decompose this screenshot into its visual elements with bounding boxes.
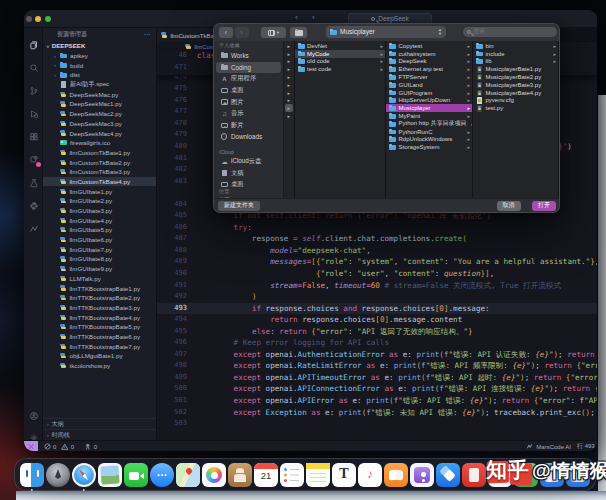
close-window-button[interactable] bbox=[26, 16, 32, 22]
sidebar-item[interactable]: ↓ Downloads bbox=[216, 131, 281, 143]
dock-icon[interactable] bbox=[539, 462, 565, 488]
file-tree-row[interactable]: llmGUIbate9.py bbox=[43, 264, 156, 274]
dock-icon[interactable]: 21 bbox=[253, 462, 279, 488]
dock-icon[interactable] bbox=[201, 462, 227, 488]
file-tree-row[interactable]: › build bbox=[43, 60, 156, 70]
dock-icon[interactable] bbox=[149, 462, 175, 488]
marscode-status[interactable]: MarsCode AI bbox=[526, 443, 571, 450]
folder-row[interactable]: DeepSeek ▸ bbox=[386, 58, 472, 66]
dock-icon[interactable] bbox=[383, 462, 409, 488]
file-tree-row[interactable]: DeepSeekMac1.py bbox=[43, 99, 156, 109]
file-tree-row[interactable]: llmGUIbate8.py bbox=[43, 254, 156, 264]
folder-row[interactable]: PythonRunC ▸ bbox=[386, 128, 472, 136]
file-tree-row[interactable]: tkcolorshow.py bbox=[43, 361, 156, 371]
open-button[interactable]: 打开 bbox=[532, 201, 556, 211]
marscode-icon[interactable] bbox=[24, 219, 43, 238]
file-tree-row[interactable]: 新AI助手.spec bbox=[43, 80, 156, 90]
source-control-icon[interactable] bbox=[24, 81, 43, 100]
folder-row[interactable]: HttpServerUpDown ▸ bbox=[386, 97, 472, 105]
folder-row[interactable]: RdpUnlockWindows ▸ bbox=[386, 136, 472, 144]
folder-row[interactable]: Python http 共享目录项目 ▸ bbox=[386, 120, 472, 128]
file-tree-row[interactable]: llmGUIbate7.py bbox=[43, 244, 156, 254]
file-row[interactable]: bin ▸ bbox=[473, 42, 558, 50]
sidebar-item[interactable]: Works bbox=[216, 50, 281, 62]
file-tree-row[interactable]: objLLMguiBate1.py bbox=[43, 351, 156, 361]
file-tree-row[interactable]: llmGUIbate4.py bbox=[43, 215, 156, 225]
dock-icon[interactable]: T bbox=[331, 462, 357, 488]
dock-icon[interactable] bbox=[435, 462, 461, 488]
file-row[interactable]: test.py bbox=[473, 104, 558, 112]
dock-icon[interactable] bbox=[565, 462, 591, 488]
testing-icon[interactable] bbox=[24, 173, 43, 192]
folder-row[interactable]: StorageSystem ▸ bbox=[386, 143, 472, 151]
file-tree-row[interactable]: llmGUIbate1.py bbox=[43, 186, 156, 196]
folder-row[interactable]: Musicplayer ▸ bbox=[386, 104, 472, 112]
folder-row[interactable]: test code ▸ bbox=[295, 65, 386, 73]
back-button[interactable]: ‹ bbox=[219, 27, 233, 38]
dock-icon[interactable] bbox=[461, 462, 487, 488]
file-tree-row[interactable]: llmTTKBootstrapBate6.py bbox=[43, 332, 156, 342]
dock-icon[interactable] bbox=[71, 462, 97, 488]
new-folder-button[interactable]: 新建文件夹 bbox=[218, 201, 260, 211]
extensions-icon[interactable] bbox=[24, 127, 43, 146]
sidebar-item[interactable]: 影片 bbox=[216, 120, 281, 132]
view-mode-button[interactable]: ▾ bbox=[261, 27, 286, 38]
dock-icon[interactable] bbox=[357, 462, 383, 488]
dock-icon[interactable] bbox=[123, 462, 149, 488]
file-tree-row[interactable]: llmGUIbate3.py bbox=[43, 206, 156, 216]
file-tree-row[interactable]: llmCustomTkBate2.py bbox=[43, 157, 156, 167]
dock-icon[interactable] bbox=[409, 462, 435, 488]
file-tree-row[interactable]: llmTTKBootstrapBate3.py bbox=[43, 303, 156, 313]
file-tree-row[interactable]: llmTTKBootstrapBate1.py bbox=[43, 283, 156, 293]
file-tree-row[interactable]: llmCustomTkBate4.py bbox=[43, 177, 156, 187]
history-nav-arrows[interactable]: ‹ › bbox=[295, 13, 321, 22]
maximize-window-button[interactable] bbox=[45, 16, 51, 22]
file-row[interactable]: pyvenv.cfg bbox=[473, 97, 558, 105]
sidebar-item[interactable]: 文稿 bbox=[216, 167, 281, 179]
file-tree-row[interactable]: DeepSeekMac3.py bbox=[43, 119, 156, 129]
dock-icon[interactable] bbox=[487, 462, 513, 488]
file-tree-row[interactable]: llmTTKBootstrapBate4.py bbox=[43, 312, 156, 322]
dock-icon[interactable] bbox=[19, 462, 45, 488]
path-dropdown[interactable]: Musicplayer ▲▼ bbox=[326, 26, 446, 39]
minimize-window-button[interactable] bbox=[35, 16, 41, 22]
folder-row[interactable]: GUILand ▸ bbox=[386, 81, 472, 89]
dock-icon[interactable] bbox=[97, 462, 123, 488]
group-button[interactable] bbox=[290, 27, 307, 38]
forward-button[interactable]: › bbox=[235, 27, 249, 38]
python-extension-icon[interactable] bbox=[24, 196, 43, 215]
file-tree-row[interactable]: llmGUIbate2.py bbox=[43, 196, 156, 206]
dock-icon[interactable] bbox=[513, 462, 539, 488]
folder-row[interactable]: MyCode ▸ bbox=[295, 50, 386, 58]
sidebar-item[interactable]: ♫ 音乐 bbox=[216, 108, 281, 120]
more-actions-icon[interactable]: ⋯ bbox=[144, 31, 152, 39]
remote-explorer-icon[interactable] bbox=[24, 150, 43, 169]
sidebar-item[interactable]: ☁ iCloud云盘 bbox=[216, 156, 281, 168]
folder-row[interactable]: DevNet ▸ bbox=[295, 42, 386, 50]
file-tree-row[interactable]: firewallgirls.ico bbox=[43, 138, 156, 148]
folder-row[interactable]: Ethernet arp test ▸ bbox=[386, 65, 472, 73]
file-row[interactable]: MusicplayerBate1.py bbox=[473, 65, 558, 73]
problems-status[interactable]: 0 0 0 bbox=[44, 441, 97, 451]
dock-icon[interactable] bbox=[305, 462, 331, 488]
folder-row[interactable]: old code ▸ bbox=[295, 58, 386, 66]
file-tree-row[interactable]: llmTTKBootstrapBate5.py bbox=[43, 322, 156, 332]
file-tree-row[interactable]: › apikey bbox=[43, 51, 156, 61]
file-tree-row[interactable]: llmCustomTkBate1.py bbox=[43, 148, 156, 158]
file-tree-row[interactable]: DeepSeekMac.py bbox=[43, 89, 156, 99]
file-row[interactable]: lib ▸ bbox=[473, 58, 558, 66]
file-row[interactable]: MusicplayerBate2.py bbox=[473, 73, 558, 81]
dock-icon[interactable] bbox=[175, 462, 201, 488]
folder-row[interactable]: FTPServer ▸ bbox=[386, 73, 472, 81]
run-debug-icon[interactable] bbox=[24, 104, 43, 123]
file-row[interactable]: include ▸ bbox=[473, 50, 558, 58]
dialog-search-field[interactable]: 搜索 bbox=[463, 27, 557, 38]
dock-icon[interactable] bbox=[279, 462, 305, 488]
cancel-button[interactable]: 取消 bbox=[497, 201, 521, 211]
workspace-root-row[interactable]: ∨ DEEPSEEK bbox=[43, 41, 156, 51]
sidebar-item[interactable]: 图片 bbox=[216, 96, 281, 108]
folder-row[interactable]: Copytest ▸ bbox=[386, 42, 472, 50]
outline-section[interactable]: › 大纲 bbox=[43, 418, 156, 429]
dock-icon[interactable] bbox=[227, 462, 253, 488]
sidebar-item[interactable]: Coding bbox=[216, 62, 281, 74]
